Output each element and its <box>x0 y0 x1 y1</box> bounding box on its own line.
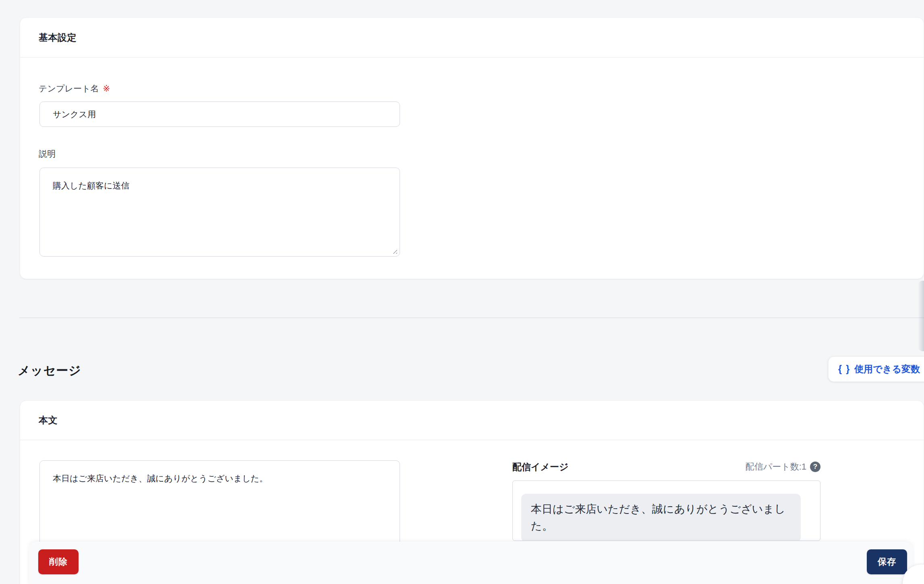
braces-icon: { } <box>838 364 850 375</box>
message-section-heading: メッセージ <box>18 362 81 379</box>
basic-settings-title: 基本設定 <box>39 31 77 44</box>
template-name-input[interactable] <box>39 101 400 127</box>
basic-settings-card: 基本設定 テンプレート名※ 説明 購入した顧客に送信 <box>20 17 924 279</box>
description-textarea-wrap: 購入した顧客に送信 <box>39 168 400 257</box>
message-preview-bubble: 本日はご来店いただき、誠にありがとうございました。 <box>521 494 801 541</box>
delete-button[interactable]: 削除 <box>38 549 79 574</box>
parts-count: 配信パート数:1 ? <box>746 461 820 473</box>
body-card-title: 本文 <box>39 414 58 427</box>
help-icon[interactable]: ? <box>810 462 820 472</box>
basic-settings-header: 基本設定 <box>20 18 924 58</box>
variables-button-label: 使用できる変数 <box>854 363 920 375</box>
scrollbar-thumb[interactable] <box>918 281 924 351</box>
delivery-preview-box: 本日はご来店いただき、誠にありがとうございました。 <box>512 480 820 541</box>
preview-header-row: 配信イメージ 配信パート数:1 ? <box>512 460 820 474</box>
action-footer: 削除 保存 <box>29 542 913 584</box>
required-mark: ※ <box>103 84 110 93</box>
parts-count-label: 配信パート数:1 <box>746 461 806 473</box>
variables-button[interactable]: { } 使用できる変数 <box>828 356 924 382</box>
description-label: 説明 <box>39 148 56 159</box>
template-name-label: テンプレート名※ <box>39 83 110 94</box>
template-name-label-text: テンプレート名 <box>39 84 99 93</box>
section-divider <box>19 317 924 318</box>
preview-label: 配信イメージ <box>512 461 569 473</box>
save-button[interactable]: 保存 <box>867 549 907 574</box>
description-textarea[interactable]: 購入した顧客に送信 <box>39 168 400 257</box>
delivery-preview-column: 配信イメージ 配信パート数:1 ? 本日はご来店いただき、誠にありがとうございま… <box>512 460 820 541</box>
template-edit-page: 基本設定 テンプレート名※ 説明 購入した顧客に送信 メッセージ { } 使用で… <box>0 0 924 584</box>
body-card-header: 本文 <box>20 401 924 440</box>
